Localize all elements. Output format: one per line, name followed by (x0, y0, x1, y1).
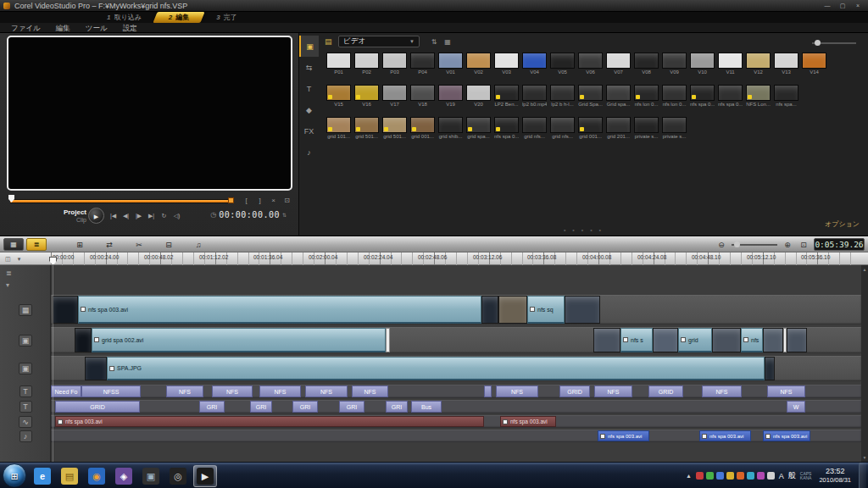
end-button[interactable]: ▶| (146, 211, 157, 221)
timeline-clip[interactable]: grid spa 002.avi (92, 328, 386, 352)
library-thumbnail[interactable]: grid 201... (606, 117, 631, 139)
library-thumbnail[interactable]: Grid Spa... (578, 85, 603, 107)
taskbar-camera-icon[interactable]: ◎ (166, 465, 190, 487)
taskbar-mediaplayer-icon[interactable]: ◉ (85, 465, 108, 487)
mark-out-button[interactable]: ] (254, 195, 265, 206)
mark-in-button[interactable]: [ (241, 195, 252, 206)
track-scroll-icon[interactable]: ◫ (5, 256, 11, 263)
music-track-header[interactable]: ♪ (0, 430, 51, 442)
volume-button[interactable]: ◁) (171, 211, 182, 221)
step-share[interactable]: 3 完了 (203, 12, 250, 23)
maximize-button[interactable]: ▢ (836, 1, 849, 10)
track-list-icon[interactable]: ≣ (6, 269, 12, 277)
title-clip[interactable]: GRID (648, 385, 683, 397)
title-clip[interactable]: NFS (352, 385, 388, 397)
gallery-icon[interactable]: ▤ (325, 37, 332, 46)
slider-knob[interactable] (734, 241, 740, 247)
library-thumbnail[interactable]: lp2 b0.mp4 (522, 85, 547, 107)
clip-thumbnail[interactable] (498, 296, 527, 324)
play-button[interactable]: ▶ (88, 208, 104, 224)
taskbar-videostudio-icon[interactable]: ▶ (193, 465, 217, 487)
trim-end-handle[interactable] (228, 197, 234, 203)
library-thumbnail[interactable]: V02 (466, 53, 491, 75)
library-thumbnail[interactable]: P04 (410, 53, 435, 75)
title-track-2-header[interactable]: T (0, 400, 51, 413)
music-clip[interactable]: nfs spa 003.avi (598, 430, 649, 441)
close-button[interactable]: × (851, 1, 865, 10)
menu-file[interactable]: ファイル (3, 23, 48, 33)
split-clip-button[interactable]: × (268, 195, 279, 206)
clip-thumbnail[interactable] (763, 328, 783, 352)
library-thumbnail[interactable]: grid 001... (578, 117, 603, 139)
library-thumbnail[interactable]: P03 (382, 53, 407, 75)
swap-tracks-icon[interactable]: ⇄ (103, 238, 116, 251)
timeline-clip[interactable]: nfs sq (527, 296, 565, 324)
home-button[interactable]: |◀ (108, 211, 119, 221)
timeline-clip[interactable]: SPA.JPG (107, 357, 765, 380)
title-clip[interactable]: GRI (199, 401, 225, 413)
library-thumbnail[interactable]: LP2 Ben... (494, 85, 519, 107)
clip-thumbnail[interactable] (593, 328, 620, 352)
clip-mode-button[interactable]: Clip (54, 216, 86, 224)
library-thumbnail[interactable]: V19 (438, 85, 463, 107)
library-thumbnail[interactable]: V13 (774, 53, 798, 75)
taskbar-clock[interactable]: 23:52 2010/08/31 (815, 467, 854, 485)
title-clip[interactable]: W (787, 401, 805, 413)
library-thumbnail[interactable]: P02 (354, 53, 379, 75)
title-tab[interactable]: T (299, 78, 319, 99)
split-clip-icon[interactable]: ✂ (132, 238, 146, 251)
library-thumbnail[interactable]: V14 (802, 53, 826, 75)
clip-thumbnail[interactable] (565, 296, 600, 324)
library-thumbnail[interactable]: nfs lon 0... (662, 85, 687, 107)
scroll-up-icon[interactable]: ▲ (863, 267, 867, 272)
thumbnail-size-slider[interactable] (812, 40, 856, 47)
timeline-clip[interactable]: nfs spa 003.avi (78, 296, 481, 324)
voice-track-header[interactable]: ∿ (0, 415, 51, 428)
library-thumbnail[interactable]: V18 (410, 85, 435, 107)
clip-thumbnail[interactable] (653, 328, 678, 352)
step-edit[interactable]: 2 編集 (155, 12, 203, 23)
media-tab[interactable]: ▣ (299, 36, 319, 57)
library-thumbnail[interactable]: V15 (326, 85, 351, 107)
title-clip[interactable]: GRI (250, 401, 272, 413)
zoom-out-button[interactable]: ⊖ (715, 241, 727, 249)
sort-icon[interactable]: ⇅ (428, 36, 440, 47)
taskbar-app-icon[interactable]: ◈ (112, 465, 136, 487)
options-button[interactable]: オプション (825, 219, 860, 229)
step-capture[interactable]: 1 取り込み (93, 12, 155, 23)
ime-conversion-indicator[interactable]: 般 (788, 470, 796, 481)
show-desktop-button[interactable] (859, 463, 866, 488)
library-thumbnail[interactable]: nfs lon 0... (634, 85, 659, 107)
title-clip[interactable]: NFS (594, 385, 632, 397)
clip-thumbnail[interactable] (481, 296, 498, 324)
timeline-view-button[interactable]: ≣ (26, 238, 47, 251)
project-mode-button[interactable]: Project (54, 208, 86, 216)
tray-icon[interactable] (747, 472, 754, 480)
library-thumbnail[interactable]: grid 501... (382, 117, 407, 139)
tray-icon[interactable] (757, 472, 765, 480)
menu-tools[interactable]: ツール (78, 23, 115, 33)
title-clip[interactable]: NFSS (81, 385, 141, 397)
library-thumbnail[interactable]: V08 (634, 53, 659, 75)
timecode-spinner[interactable]: ⇅ (282, 212, 287, 218)
timeline-clip[interactable]: grid (678, 328, 712, 352)
tray-icon[interactable] (716, 472, 724, 480)
timeline-clip[interactable]: nfs (741, 328, 763, 352)
overlay-track-2-header[interactable]: ▣ (0, 356, 51, 381)
ruler-scale[interactable]: 00:00:0000:00:24.0000:00:48.0200:01:12.0… (51, 252, 861, 265)
repeat-button[interactable]: ↻ (159, 211, 170, 221)
zoom-slider[interactable] (732, 241, 777, 248)
title-clip[interactable]: GRI (292, 401, 318, 413)
library-thumbnail[interactable]: nfs spa 0... (718, 85, 743, 107)
clip-thumbnail[interactable] (787, 328, 807, 352)
next-frame-button[interactable]: |▶ (133, 211, 144, 221)
library-thumbnail[interactable]: nfs spa... (774, 85, 798, 107)
taskbar-explorer-icon[interactable]: ▤ (58, 465, 81, 487)
tray-icon[interactable] (726, 472, 734, 480)
track-manager-icon[interactable]: ⊞ (73, 238, 86, 251)
auto-music-icon[interactable]: ♫ (192, 238, 205, 251)
library-thumbnail[interactable]: V01 (438, 53, 463, 75)
library-thumbnail[interactable]: V12 (746, 53, 771, 75)
clip-thumbnail[interactable] (85, 357, 107, 380)
tray-icon[interactable] (696, 472, 704, 480)
